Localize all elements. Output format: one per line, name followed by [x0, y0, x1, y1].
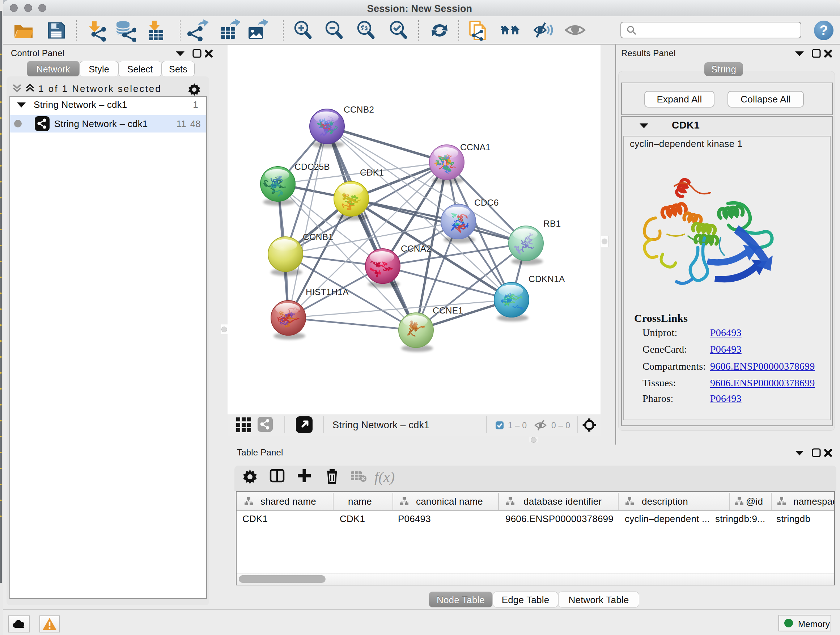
svg-text:CDC6: CDC6: [474, 198, 499, 207]
svg-text:CCNB1: CCNB1: [303, 232, 333, 242]
svg-text:CCNE1: CCNE1: [433, 306, 463, 315]
svg-text:RB1: RB1: [543, 219, 561, 228]
svg-text:CDC25B: CDC25B: [294, 162, 330, 172]
svg-text:CCNA2: CCNA2: [401, 244, 431, 253]
svg-text:CCNA1: CCNA1: [460, 142, 491, 152]
svg-text:CCNB2: CCNB2: [344, 105, 374, 114]
svg-text:CDKN1A: CDKN1A: [529, 274, 565, 284]
svg-text:HIST1H1A: HIST1H1A: [306, 287, 349, 297]
svg-text:CDK1: CDK1: [360, 168, 384, 177]
